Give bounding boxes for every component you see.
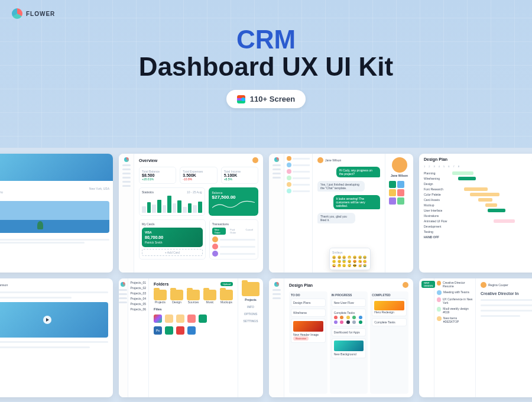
tree-item[interactable]: Projects_02 <box>131 286 146 290</box>
shared-file-thumb[interactable] <box>397 189 404 196</box>
tree-item[interactable]: Projects_01 <box>131 281 146 284</box>
upload-button[interactable]: Upload <box>220 282 233 286</box>
emoji-icon[interactable]: 🤔 <box>338 264 342 267</box>
emoji-icon[interactable]: 😘 <box>358 260 363 263</box>
file-photoshop-icon[interactable]: Ps <box>154 326 162 335</box>
list-item[interactable]: New items #DESKTOP <box>437 316 473 323</box>
list-item[interactable]: UX Conference in New York <box>437 297 473 304</box>
emoji-icon[interactable]: 😁 <box>348 255 352 259</box>
screen-feed-2[interactable]: Williamson <box>0 278 113 397</box>
emoji-icon[interactable]: 😎 <box>353 264 358 267</box>
video-thumbnail[interactable] <box>0 302 108 338</box>
new-design-button[interactable]: NEW DESIGN <box>421 281 435 288</box>
shared-file-thumb[interactable] <box>397 181 404 188</box>
emoji-icon[interactable]: 😋 <box>363 260 368 263</box>
emoji-icon[interactable]: 😆 <box>353 255 358 259</box>
emoji-picker[interactable]: Smileys 😀😃😄😁😆😅😂 🙂😊😇😉😍😘😋 😜🤔😐😴😎🥳😭 <box>329 248 371 270</box>
file-icon[interactable] <box>165 326 173 335</box>
tree-item[interactable]: Projects_03 <box>131 291 146 295</box>
folder-tree[interactable]: Projects_01 Projects_02 Projects_03 Proj… <box>128 278 149 397</box>
chat-profile-panel: Jane Wilson <box>385 154 413 273</box>
list-item[interactable]: Modi weekly design #019 <box>437 307 473 314</box>
screen-folders[interactable]: Projects_01 Projects_02 Projects_03 Proj… <box>119 278 263 397</box>
emoji-icon[interactable]: 😇 <box>342 260 347 263</box>
screen-gantt[interactable]: Design Plan September 12345678 Planning … <box>419 154 532 273</box>
contact-list[interactable] <box>284 154 313 273</box>
author-name: Williamson <box>0 283 8 287</box>
emoji-icon[interactable]: 😀 <box>332 255 337 259</box>
shared-file-thumb[interactable] <box>397 197 404 205</box>
tab-paidorder[interactable]: Paid Order <box>228 228 241 235</box>
emoji-icon[interactable]: 😉 <box>348 260 352 263</box>
screen-chat[interactable]: Jane Wilson Hi Cody, any progress on the… <box>269 154 413 273</box>
emoji-icon[interactable]: 😃 <box>338 255 342 259</box>
screen-feed[interactable]: Williamson Marketing Pro New York, USA <box>0 154 113 273</box>
list-item[interactable]: Meeting with Teams <box>437 290 473 295</box>
gantt-row-label: User Interface <box>424 209 449 212</box>
kanban-card[interactable]: Dashboard for Apps <box>332 328 366 336</box>
gantt-row-label: Wireframing <box>424 177 449 180</box>
card-title: Balance <box>212 191 255 194</box>
play-icon[interactable] <box>43 316 51 324</box>
avatar[interactable] <box>403 282 408 288</box>
kanban-card[interactable]: New User Flow <box>332 299 366 307</box>
emoji-icon[interactable]: 😊 <box>338 260 342 263</box>
kanban-column-todo[interactable]: TO DO Design Plans Wireframe New Header … <box>289 291 327 394</box>
section-label: INFO <box>242 305 259 309</box>
file-icon[interactable] <box>199 315 207 323</box>
emoji-icon[interactable]: 🥳 <box>358 264 363 267</box>
screen-overview[interactable]: Overview Total Balance $8.500 +20.01% To… <box>119 154 263 273</box>
shared-file-thumb[interactable] <box>389 189 396 196</box>
file-icon[interactable] <box>176 315 184 323</box>
kanban-column-progress[interactable]: IN PROGRESS New User Flow Complete Tasks… <box>330 291 368 394</box>
emoji-icon[interactable]: 😄 <box>342 255 347 259</box>
avatar[interactable] <box>252 157 258 163</box>
shared-file-thumb[interactable] <box>389 197 396 205</box>
folder-item[interactable]: Design <box>170 290 183 304</box>
stat-delta: +8.5% <box>224 177 255 181</box>
tab-neworder[interactable]: New Order <box>212 228 226 235</box>
kanban-card[interactable]: Complete Tasks <box>372 318 407 326</box>
list-item[interactable]: Creative Director Resume <box>437 281 473 288</box>
kanban-card[interactable]: Wireframe <box>291 309 326 317</box>
emoji-icon[interactable]: 😂 <box>363 255 368 259</box>
screen-kanban[interactable]: Design Plan TO DO Design Plans Wireframe… <box>269 278 413 397</box>
kanban-column-done[interactable]: COMPLETED Hero Redesign Complete Tasks <box>370 291 408 394</box>
card-image <box>293 321 323 332</box>
file-doc-icon[interactable] <box>187 326 196 335</box>
emoji-icon[interactable]: 😍 <box>353 260 358 263</box>
emoji-icon[interactable]: 😴 <box>348 264 352 267</box>
page-title: Folders <box>154 282 168 286</box>
task-list[interactable]: Creative Director Resume Meeting with Te… <box>434 278 476 397</box>
folder-item[interactable]: Projects <box>154 290 167 304</box>
tag: Illustration <box>293 336 309 341</box>
card-brand: VISA <box>145 231 200 234</box>
file-figma-icon[interactable] <box>154 315 162 323</box>
screen-tasks[interactable]: NEW DESIGN Creative Director Resume Meet… <box>419 278 532 397</box>
chat-bubble-in: Thank you, glad you liked it. <box>317 213 355 223</box>
file-pdf-icon[interactable] <box>176 326 184 335</box>
file-invision-icon[interactable] <box>187 315 196 323</box>
add-card-button[interactable]: + Add Card <box>142 249 203 256</box>
file-sketch-icon[interactable] <box>165 315 173 323</box>
kanban-card[interactable]: Complete Tasks <box>332 309 366 326</box>
tree-item[interactable]: Projects_05 <box>131 302 146 306</box>
folder-icon <box>220 290 233 300</box>
tab-cancel[interactable]: Cancel <box>244 228 255 235</box>
section-title: Files <box>154 307 233 311</box>
tree-item[interactable]: Projects_04 <box>131 297 146 300</box>
shared-file-thumb[interactable] <box>389 181 396 188</box>
emoji-icon[interactable]: 😐 <box>342 264 347 267</box>
kanban-card[interactable]: New Header Image Illustration <box>291 319 326 343</box>
folder-item[interactable]: Music <box>203 290 216 304</box>
kanban-card[interactable]: Hero Redesign <box>372 299 407 316</box>
emoji-icon[interactable]: 🙂 <box>332 260 337 263</box>
tree-item[interactable]: Projects_06 <box>131 307 146 311</box>
emoji-icon[interactable]: 😅 <box>358 255 363 259</box>
kanban-card[interactable]: Design Plans <box>291 299 326 307</box>
emoji-icon[interactable]: 😜 <box>332 264 337 267</box>
emoji-icon[interactable]: 😭 <box>363 264 368 267</box>
folder-item[interactable]: Mockups <box>220 290 233 304</box>
kanban-card[interactable]: New Background <box>332 338 366 358</box>
folder-item[interactable]: Sources <box>187 290 200 304</box>
